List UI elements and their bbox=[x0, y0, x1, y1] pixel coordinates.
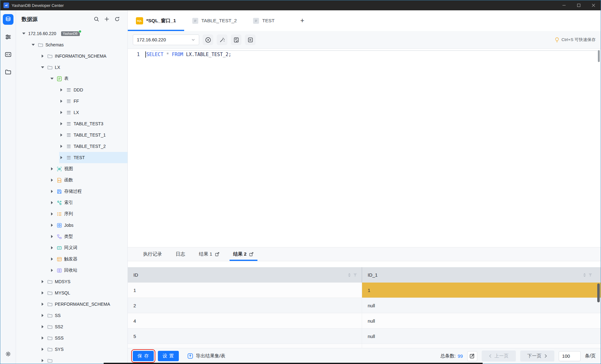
open-result-icon[interactable] bbox=[249, 252, 254, 257]
caret-right-icon[interactable] bbox=[50, 235, 54, 238]
add-datasource-icon[interactable] bbox=[104, 16, 110, 22]
tree-item-server-172-16-60-220[interactable]: 172.16.60.220YashanDB bbox=[16, 28, 127, 39]
table-cell[interactable]: 4 bbox=[128, 313, 362, 328]
format-wand-button[interactable] bbox=[217, 34, 227, 45]
caret-right-icon[interactable] bbox=[40, 55, 45, 58]
caret-right-icon[interactable] bbox=[50, 257, 54, 261]
validate-script-button[interactable] bbox=[231, 34, 241, 45]
tree-item-tables-group[interactable]: 表 bbox=[16, 73, 127, 84]
folder-icon[interactable] bbox=[3, 67, 13, 77]
tree-item-schema-lx[interactable]: LX bbox=[16, 62, 127, 73]
database-icon[interactable] bbox=[3, 14, 13, 25]
filter-icon[interactable] bbox=[588, 273, 593, 277]
tree-item-schema-ss[interactable]: SS bbox=[16, 310, 127, 321]
tree-item-sequences-group[interactable]: 序列 bbox=[16, 208, 127, 220]
caret-down-icon[interactable] bbox=[22, 33, 26, 34]
column-header-id[interactable]: ID bbox=[128, 267, 362, 283]
tree-item-schema-sss[interactable]: SSS bbox=[16, 332, 127, 344]
tree-item-table-test[interactable]: TEST bbox=[16, 152, 127, 163]
caret-right-icon[interactable] bbox=[40, 303, 45, 306]
caret-right-icon[interactable] bbox=[40, 336, 45, 340]
rtab-result-2[interactable]: 结果 2 bbox=[226, 247, 261, 261]
tree-item-schemas[interactable]: Schemas bbox=[16, 39, 127, 50]
maximize-button[interactable] bbox=[571, 0, 586, 10]
tree-item-schema-mdsys[interactable]: MDSYS bbox=[16, 276, 127, 287]
caret-right-icon[interactable] bbox=[40, 359, 45, 362]
caret-right-icon[interactable] bbox=[50, 179, 54, 182]
rtab-result-1[interactable]: 结果 1 bbox=[192, 247, 226, 261]
caret-right-icon[interactable] bbox=[50, 246, 54, 249]
tree-item-jobs-group[interactable]: Jobs bbox=[16, 220, 127, 231]
caret-right-icon[interactable] bbox=[59, 111, 64, 114]
caret-right-icon[interactable] bbox=[40, 291, 45, 294]
tree-item-table-ff[interactable]: FF bbox=[16, 96, 127, 107]
tree-item-schema-mysql[interactable]: MYSQL bbox=[16, 287, 127, 299]
table-cell[interactable]: 1 bbox=[362, 283, 601, 298]
editor-scrollbar[interactable] bbox=[598, 50, 600, 62]
minimize-button[interactable] bbox=[557, 0, 571, 10]
run-button[interactable] bbox=[203, 34, 213, 45]
open-result-icon[interactable] bbox=[215, 252, 220, 257]
sliders-icon[interactable] bbox=[3, 32, 13, 42]
tree-item-table-ddd[interactable]: DDD bbox=[16, 84, 127, 96]
connection-select[interactable]: 172.16.60.220 bbox=[133, 34, 199, 45]
search-icon[interactable] bbox=[94, 16, 99, 22]
caret-right-icon[interactable] bbox=[50, 201, 54, 204]
caret-right-icon[interactable] bbox=[50, 167, 54, 170]
tab-test[interactable]: TEST bbox=[245, 10, 283, 31]
caret-right-icon[interactable] bbox=[59, 100, 64, 103]
tree-item-views-group[interactable]: 视图 bbox=[16, 163, 127, 174]
refresh-icon[interactable] bbox=[114, 16, 120, 22]
caret-right-icon[interactable] bbox=[40, 348, 45, 351]
table-cell[interactable]: null bbox=[362, 329, 601, 344]
page-size-input[interactable]: 100 bbox=[559, 351, 581, 361]
caret-right-icon[interactable] bbox=[50, 190, 54, 193]
table-cell[interactable]: null bbox=[362, 298, 601, 313]
tree-item-recycle-bin[interactable]: 回收站 bbox=[16, 265, 127, 276]
caret-right-icon[interactable] bbox=[40, 314, 45, 317]
table-row[interactable]: 11 bbox=[128, 283, 601, 298]
tree-item-table-test3[interactable]: TABLE_TEST3 bbox=[16, 118, 127, 129]
caret-right-icon[interactable] bbox=[50, 212, 54, 216]
settings-button[interactable]: 设 置 bbox=[158, 351, 179, 361]
prev-page-button[interactable]: 上一页 bbox=[482, 351, 516, 361]
close-button[interactable] bbox=[586, 0, 601, 10]
gear-icon[interactable] bbox=[3, 349, 13, 359]
tab-sql-window-1[interactable]: SQL*SQL_窗口_1 bbox=[128, 10, 184, 31]
tree-item-functions-group[interactable]: Fx函数 bbox=[16, 174, 127, 186]
caret-right-icon[interactable] bbox=[59, 145, 64, 148]
tree-item-schema-performance-schema[interactable]: PERFORMANCE_SCHEMA bbox=[16, 299, 127, 310]
tree-item-table-test-1[interactable]: TABLE_TEST_1 bbox=[16, 129, 127, 141]
code-icon[interactable] bbox=[3, 49, 13, 60]
sort-icon[interactable] bbox=[348, 273, 351, 278]
table-row[interactable]: 4null bbox=[128, 313, 601, 329]
save-button[interactable]: 保 存 bbox=[133, 351, 154, 361]
tree-item-synonyms-group[interactable]: 同义词 bbox=[16, 242, 127, 253]
new-tab-button[interactable]: + bbox=[294, 10, 311, 31]
caret-down-icon[interactable] bbox=[40, 66, 45, 68]
table-cell[interactable]: null bbox=[362, 313, 601, 328]
tree-item-procedures-group[interactable]: 存储过程 bbox=[16, 186, 127, 197]
caret-down-icon[interactable] bbox=[31, 44, 35, 46]
caret-right-icon[interactable] bbox=[40, 280, 45, 283]
tree-item-schema-ss2[interactable]: SS2 bbox=[16, 321, 127, 332]
total-count-value[interactable]: 99 bbox=[458, 353, 463, 359]
results-scrollbar[interactable] bbox=[597, 283, 600, 302]
table-row[interactable]: 5null bbox=[128, 329, 601, 344]
sort-icon[interactable] bbox=[583, 273, 586, 278]
table-cell[interactable]: 1 bbox=[128, 283, 362, 298]
rtab-log[interactable]: 日志 bbox=[169, 247, 192, 261]
export-button[interactable]: 导出结果集/表 bbox=[187, 353, 225, 359]
caret-right-icon[interactable] bbox=[50, 224, 54, 227]
caret-right-icon[interactable] bbox=[59, 122, 64, 125]
table-row[interactable]: 2null bbox=[128, 298, 601, 313]
tab-table-test-2[interactable]: TABLE_TEST_2 bbox=[184, 10, 245, 31]
caret-right-icon[interactable] bbox=[59, 156, 64, 159]
tree-item-types-group[interactable]: 类型 bbox=[16, 231, 127, 242]
caret-right-icon[interactable] bbox=[50, 269, 54, 272]
caret-right-icon[interactable] bbox=[59, 88, 64, 91]
stats-icon-button[interactable] bbox=[467, 351, 477, 361]
tree-item-triggers-group[interactable]: 触发器 bbox=[16, 253, 127, 265]
column-header-id-1[interactable]: ID_1 bbox=[362, 267, 601, 283]
filter-icon[interactable] bbox=[353, 273, 357, 277]
